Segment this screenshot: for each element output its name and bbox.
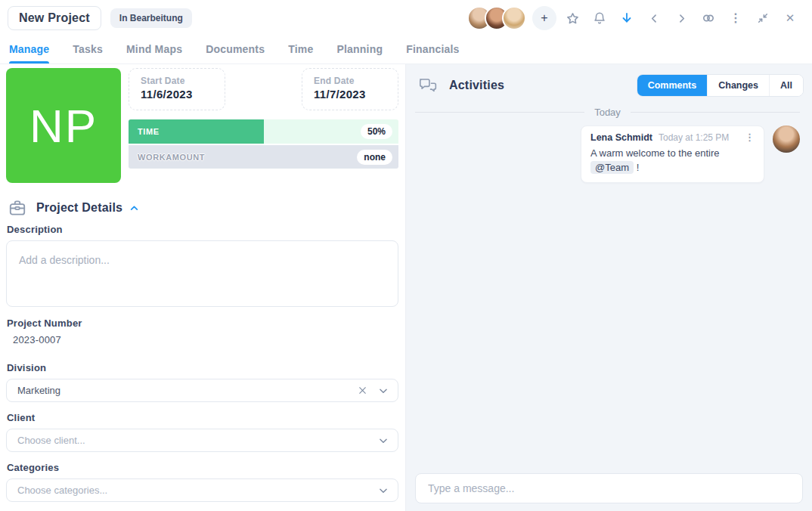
tab-documents[interactable]: Documents (206, 36, 265, 63)
commenter-avatar[interactable] (773, 125, 800, 153)
workamount-progress-bar: WORKAMOUNT none (129, 145, 398, 169)
division-select[interactable]: Marketing (6, 379, 398, 402)
member-avatars[interactable] (467, 6, 526, 30)
start-date-value: 11/6/2023 (141, 88, 225, 101)
workamount-bar-label: WORKAMOUNT (138, 153, 205, 162)
tab-bar: Manage Tasks Mind Maps Documents Time Pl… (0, 36, 812, 64)
download-arrow-icon[interactable] (615, 7, 638, 29)
client-label: Client (7, 412, 398, 423)
time-bar-label: TIME (138, 127, 160, 136)
project-number-label: Project Number (7, 317, 398, 329)
tab-tasks[interactable]: Tasks (73, 36, 103, 63)
section-title: Project Details (36, 201, 122, 215)
message-input[interactable] (415, 473, 803, 503)
time-percent-badge: 50% (361, 124, 392, 139)
division-label: Division (7, 362, 398, 373)
time-progress-bar: TIME 50% (129, 119, 398, 144)
categories-placeholder: Choose categories... (17, 485, 378, 496)
favorite-star-icon[interactable] (561, 7, 584, 29)
chevron-up-icon[interactable] (129, 203, 139, 213)
project-detail-panel: NP Start Date 11/6/2023 End Date 11/7/20… (0, 64, 406, 511)
clear-selection-icon[interactable] (358, 386, 367, 395)
start-date-label: Start Date (141, 76, 225, 86)
end-date-value: 11/7/2023 (314, 88, 398, 101)
member-avatar[interactable] (502, 6, 526, 30)
comment-author: Lena Schmidt (590, 132, 652, 143)
comment-text-part: A warm welcome to the entire (590, 147, 720, 159)
close-icon[interactable]: ✕ (779, 7, 801, 29)
collapse-window-icon[interactable] (752, 7, 774, 29)
chevron-down-icon[interactable] (378, 485, 389, 496)
project-overview: NP Start Date 11/6/2023 End Date 11/7/20… (6, 68, 398, 183)
end-date-field[interactable]: End Date 11/7/2023 (302, 68, 398, 110)
client-placeholder: Choose client... (17, 435, 378, 446)
comment-row: Lena Schmidt Today at 1:25 PM ⋮ A warm w… (406, 118, 812, 183)
day-divider-label: Today (584, 107, 631, 118)
categories-label: Categories (7, 462, 398, 473)
add-member-button[interactable]: + (532, 6, 556, 30)
team-mention-chip[interactable]: @Team (590, 161, 634, 174)
next-chevron-icon[interactable] (670, 7, 693, 29)
description-label: Description (7, 224, 398, 235)
tab-time[interactable]: Time (288, 36, 313, 63)
start-date-field[interactable]: Start Date 11/6/2023 (129, 68, 225, 110)
comment-text-suffix: ! (637, 162, 640, 173)
more-options-icon[interactable]: ⋮ (724, 7, 747, 29)
tab-financials[interactable]: Financials (406, 36, 459, 63)
day-divider: Today (415, 107, 800, 118)
filter-all-button[interactable]: All (769, 75, 803, 96)
tab-mind-maps[interactable]: Mind Maps (126, 36, 182, 63)
filter-changes-button[interactable]: Changes (707, 75, 769, 96)
chevron-down-icon[interactable] (378, 435, 389, 446)
description-input[interactable] (6, 240, 398, 307)
division-value: Marketing (17, 385, 358, 396)
divider-line (415, 112, 584, 113)
comment-card[interactable]: Lena Schmidt Today at 1:25 PM ⋮ A warm w… (581, 125, 764, 183)
prev-chevron-icon[interactable] (643, 7, 665, 29)
workamount-value-badge: none (357, 150, 392, 165)
activity-filter-group: Comments Changes All (637, 74, 804, 97)
copy-link-icon[interactable] (697, 7, 720, 29)
project-details-section-header[interactable]: Project Details (8, 198, 398, 218)
filter-comments-button[interactable]: Comments (637, 75, 708, 96)
chat-bubbles-icon (418, 76, 439, 94)
chevron-down-icon[interactable] (378, 386, 389, 396)
end-date-label: End Date (314, 76, 398, 86)
project-avatar[interactable]: NP (6, 68, 121, 183)
project-number-value: 2023-0007 (13, 334, 398, 345)
window-header: New Project In Bearbeitung + ⋮ (0, 0, 812, 36)
comment-timestamp: Today at 1:25 PM (659, 132, 729, 143)
activities-panel: Activities Comments Changes All Today Le… (406, 64, 812, 511)
categories-select[interactable]: Choose categories... (6, 478, 398, 502)
client-select[interactable]: Choose client... (6, 429, 398, 452)
activities-title: Activities (449, 79, 504, 92)
tab-planning[interactable]: Planning (336, 36, 383, 63)
comment-text: A warm welcome to the entire @Team ! (590, 147, 755, 175)
tab-manage[interactable]: Manage (9, 36, 49, 63)
briefcase-icon (8, 198, 27, 218)
status-badge[interactable]: In Bearbeitung (110, 8, 192, 28)
notification-bell-icon[interactable] (588, 7, 611, 29)
comment-menu-icon[interactable]: ⋮ (745, 133, 755, 142)
project-title-input[interactable]: New Project (8, 6, 101, 30)
divider-line (631, 112, 800, 113)
project-window: New Project In Bearbeitung + ⋮ (0, 0, 812, 511)
